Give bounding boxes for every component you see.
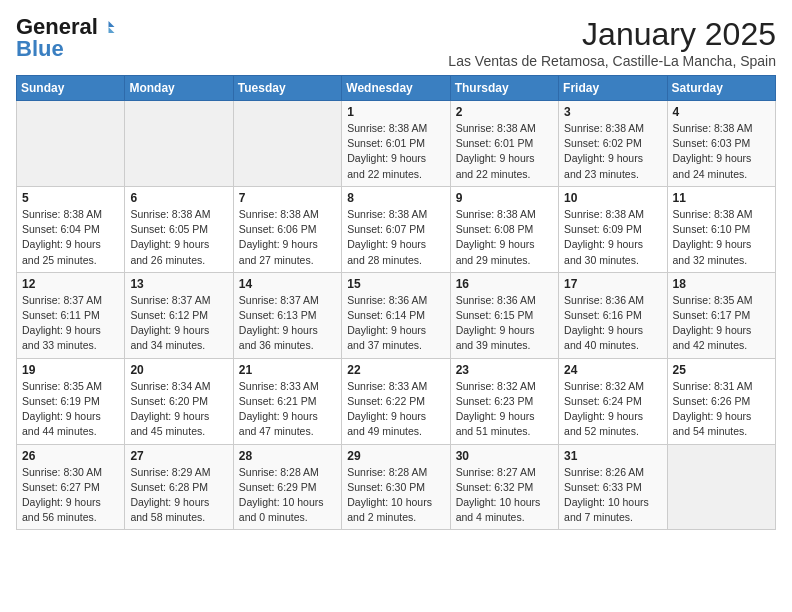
calendar-day-10: 10Sunrise: 8:38 AM Sunset: 6:09 PM Dayli… (559, 186, 667, 272)
day-number: 12 (22, 277, 119, 291)
calendar-day-16: 16Sunrise: 8:36 AM Sunset: 6:15 PM Dayli… (450, 272, 558, 358)
day-info: Sunrise: 8:37 AM Sunset: 6:12 PM Dayligh… (130, 293, 227, 354)
day-number: 22 (347, 363, 444, 377)
calendar-week-row: 26Sunrise: 8:30 AM Sunset: 6:27 PM Dayli… (17, 444, 776, 530)
weekday-header-thursday: Thursday (450, 76, 558, 101)
day-info: Sunrise: 8:38 AM Sunset: 6:07 PM Dayligh… (347, 207, 444, 268)
calendar-week-row: 12Sunrise: 8:37 AM Sunset: 6:11 PM Dayli… (17, 272, 776, 358)
day-number: 19 (22, 363, 119, 377)
calendar-day-19: 19Sunrise: 8:35 AM Sunset: 6:19 PM Dayli… (17, 358, 125, 444)
day-number: 25 (673, 363, 770, 377)
day-number: 31 (564, 449, 661, 463)
day-info: Sunrise: 8:38 AM Sunset: 6:05 PM Dayligh… (130, 207, 227, 268)
calendar-day-21: 21Sunrise: 8:33 AM Sunset: 6:21 PM Dayli… (233, 358, 341, 444)
day-number: 26 (22, 449, 119, 463)
weekday-header-saturday: Saturday (667, 76, 775, 101)
calendar-day-13: 13Sunrise: 8:37 AM Sunset: 6:12 PM Dayli… (125, 272, 233, 358)
day-number: 2 (456, 105, 553, 119)
day-info: Sunrise: 8:34 AM Sunset: 6:20 PM Dayligh… (130, 379, 227, 440)
day-number: 6 (130, 191, 227, 205)
calendar-day-9: 9Sunrise: 8:38 AM Sunset: 6:08 PM Daylig… (450, 186, 558, 272)
day-info: Sunrise: 8:38 AM Sunset: 6:08 PM Dayligh… (456, 207, 553, 268)
location-title: Las Ventas de Retamosa, Castille-La Manc… (448, 53, 776, 69)
day-info: Sunrise: 8:28 AM Sunset: 6:29 PM Dayligh… (239, 465, 336, 526)
calendar-day-23: 23Sunrise: 8:32 AM Sunset: 6:23 PM Dayli… (450, 358, 558, 444)
day-info: Sunrise: 8:36 AM Sunset: 6:14 PM Dayligh… (347, 293, 444, 354)
day-number: 29 (347, 449, 444, 463)
day-info: Sunrise: 8:38 AM Sunset: 6:01 PM Dayligh… (347, 121, 444, 182)
month-title: January 2025 (448, 16, 776, 53)
day-number: 20 (130, 363, 227, 377)
calendar-day-24: 24Sunrise: 8:32 AM Sunset: 6:24 PM Dayli… (559, 358, 667, 444)
calendar-week-row: 19Sunrise: 8:35 AM Sunset: 6:19 PM Dayli… (17, 358, 776, 444)
day-info: Sunrise: 8:38 AM Sunset: 6:01 PM Dayligh… (456, 121, 553, 182)
day-number: 8 (347, 191, 444, 205)
day-info: Sunrise: 8:36 AM Sunset: 6:16 PM Dayligh… (564, 293, 661, 354)
weekday-header-friday: Friday (559, 76, 667, 101)
calendar-header-row: SundayMondayTuesdayWednesdayThursdayFrid… (17, 76, 776, 101)
calendar-empty-cell (17, 101, 125, 187)
day-info: Sunrise: 8:30 AM Sunset: 6:27 PM Dayligh… (22, 465, 119, 526)
calendar-day-22: 22Sunrise: 8:33 AM Sunset: 6:22 PM Dayli… (342, 358, 450, 444)
day-info: Sunrise: 8:37 AM Sunset: 6:13 PM Dayligh… (239, 293, 336, 354)
day-number: 24 (564, 363, 661, 377)
weekday-header-sunday: Sunday (17, 76, 125, 101)
day-info: Sunrise: 8:37 AM Sunset: 6:11 PM Dayligh… (22, 293, 119, 354)
day-number: 5 (22, 191, 119, 205)
logo-blue-text: Blue (16, 38, 64, 60)
svg-marker-0 (108, 21, 114, 27)
day-info: Sunrise: 8:27 AM Sunset: 6:32 PM Dayligh… (456, 465, 553, 526)
day-info: Sunrise: 8:38 AM Sunset: 6:06 PM Dayligh… (239, 207, 336, 268)
svg-marker-1 (108, 27, 114, 33)
day-number: 3 (564, 105, 661, 119)
day-number: 17 (564, 277, 661, 291)
day-info: Sunrise: 8:38 AM Sunset: 6:02 PM Dayligh… (564, 121, 661, 182)
calendar-day-20: 20Sunrise: 8:34 AM Sunset: 6:20 PM Dayli… (125, 358, 233, 444)
calendar-day-18: 18Sunrise: 8:35 AM Sunset: 6:17 PM Dayli… (667, 272, 775, 358)
day-info: Sunrise: 8:38 AM Sunset: 6:03 PM Dayligh… (673, 121, 770, 182)
day-info: Sunrise: 8:36 AM Sunset: 6:15 PM Dayligh… (456, 293, 553, 354)
day-info: Sunrise: 8:31 AM Sunset: 6:26 PM Dayligh… (673, 379, 770, 440)
day-number: 27 (130, 449, 227, 463)
day-number: 13 (130, 277, 227, 291)
calendar-empty-cell (233, 101, 341, 187)
day-number: 16 (456, 277, 553, 291)
day-number: 1 (347, 105, 444, 119)
weekday-header-tuesday: Tuesday (233, 76, 341, 101)
calendar-day-14: 14Sunrise: 8:37 AM Sunset: 6:13 PM Dayli… (233, 272, 341, 358)
calendar-day-31: 31Sunrise: 8:26 AM Sunset: 6:33 PM Dayli… (559, 444, 667, 530)
weekday-header-wednesday: Wednesday (342, 76, 450, 101)
day-info: Sunrise: 8:35 AM Sunset: 6:17 PM Dayligh… (673, 293, 770, 354)
calendar-day-12: 12Sunrise: 8:37 AM Sunset: 6:11 PM Dayli… (17, 272, 125, 358)
day-number: 30 (456, 449, 553, 463)
day-number: 18 (673, 277, 770, 291)
day-info: Sunrise: 8:38 AM Sunset: 6:04 PM Dayligh… (22, 207, 119, 268)
day-number: 28 (239, 449, 336, 463)
day-number: 7 (239, 191, 336, 205)
calendar-day-7: 7Sunrise: 8:38 AM Sunset: 6:06 PM Daylig… (233, 186, 341, 272)
logo-icon (98, 18, 116, 36)
calendar-empty-cell (125, 101, 233, 187)
day-number: 10 (564, 191, 661, 205)
day-info: Sunrise: 8:33 AM Sunset: 6:22 PM Dayligh… (347, 379, 444, 440)
day-info: Sunrise: 8:35 AM Sunset: 6:19 PM Dayligh… (22, 379, 119, 440)
calendar-day-8: 8Sunrise: 8:38 AM Sunset: 6:07 PM Daylig… (342, 186, 450, 272)
day-number: 15 (347, 277, 444, 291)
day-number: 9 (456, 191, 553, 205)
calendar-day-30: 30Sunrise: 8:27 AM Sunset: 6:32 PM Dayli… (450, 444, 558, 530)
day-number: 23 (456, 363, 553, 377)
calendar-empty-cell (667, 444, 775, 530)
day-info: Sunrise: 8:38 AM Sunset: 6:09 PM Dayligh… (564, 207, 661, 268)
day-info: Sunrise: 8:26 AM Sunset: 6:33 PM Dayligh… (564, 465, 661, 526)
calendar-day-26: 26Sunrise: 8:30 AM Sunset: 6:27 PM Dayli… (17, 444, 125, 530)
calendar-day-11: 11Sunrise: 8:38 AM Sunset: 6:10 PM Dayli… (667, 186, 775, 272)
title-block: January 2025 Las Ventas de Retamosa, Cas… (448, 16, 776, 69)
weekday-header-monday: Monday (125, 76, 233, 101)
logo: General Blue (16, 16, 116, 60)
day-info: Sunrise: 8:29 AM Sunset: 6:28 PM Dayligh… (130, 465, 227, 526)
calendar-day-15: 15Sunrise: 8:36 AM Sunset: 6:14 PM Dayli… (342, 272, 450, 358)
page-header: General Blue January 2025 Las Ventas de … (16, 16, 776, 69)
day-number: 4 (673, 105, 770, 119)
calendar-day-5: 5Sunrise: 8:38 AM Sunset: 6:04 PM Daylig… (17, 186, 125, 272)
calendar-day-2: 2Sunrise: 8:38 AM Sunset: 6:01 PM Daylig… (450, 101, 558, 187)
